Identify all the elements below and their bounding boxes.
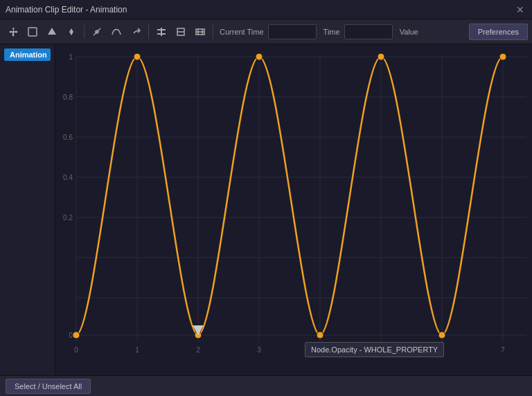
current-time-input[interactable]: [268, 24, 317, 39]
bottom-bar: Select / Unselect All: [0, 375, 532, 396]
main-area: Animation 1 0.8: [0, 44, 532, 375]
value-label: Value: [400, 28, 418, 36]
svg-point-50: [438, 332, 445, 339]
svg-point-46: [499, 53, 506, 60]
svg-text:0.8: 0.8: [63, 93, 73, 101]
time-label: Time: [323, 28, 340, 36]
svg-rect-5: [161, 28, 162, 36]
svg-rect-12: [55, 44, 532, 375]
svg-text:2: 2: [196, 346, 200, 354]
close-button[interactable]: ✕: [514, 4, 526, 15]
svg-text:0.6: 0.6: [63, 134, 73, 141]
tangent-tool-button[interactable]: [88, 23, 106, 41]
current-time-label: Current Time: [220, 28, 264, 36]
move-tool-button[interactable]: [4, 23, 22, 41]
svg-point-45: [378, 53, 384, 60]
zoom-fit-button[interactable]: [191, 23, 209, 41]
curve-tool-button[interactable]: [107, 23, 125, 41]
snap-tool-button[interactable]: [43, 23, 61, 41]
redo-tool-button[interactable]: [127, 23, 145, 41]
title-text: Animation Clip Editor - Animation: [6, 5, 127, 15]
svg-text:4: 4: [318, 346, 322, 354]
svg-text:0.2: 0.2: [63, 214, 73, 222]
toolbar: Current Time Time Value Preferences: [0, 19, 532, 44]
svg-point-43: [134, 53, 141, 60]
svg-text:0: 0: [74, 346, 78, 354]
preferences-button[interactable]: Preferences: [469, 24, 528, 40]
graph-canvas: 1 0.8 0.6 0.4 0.2 0 0 1 2 3 4 5 6 7: [55, 44, 532, 375]
align-center-button[interactable]: [152, 23, 170, 41]
svg-point-47: [73, 332, 80, 339]
svg-text:1: 1: [135, 346, 139, 354]
keyframe-tool-button[interactable]: [62, 23, 80, 41]
svg-text:5: 5: [379, 346, 383, 354]
svg-text:6: 6: [440, 346, 444, 354]
svg-rect-0: [28, 28, 37, 36]
animation-tag[interactable]: Animation: [4, 48, 51, 61]
fit-view-button[interactable]: [172, 23, 190, 41]
separator-3: [213, 25, 213, 39]
svg-point-49: [317, 332, 323, 339]
select-tool-button[interactable]: [24, 23, 42, 41]
svg-marker-1: [48, 28, 56, 35]
svg-text:1: 1: [69, 53, 73, 61]
svg-text:0.4: 0.4: [63, 174, 73, 181]
svg-text:7: 7: [501, 346, 505, 354]
time-input[interactable]: [344, 24, 393, 39]
title-bar: Animation Clip Editor - Animation ✕: [0, 0, 532, 19]
graph-area[interactable]: 1 0.8 0.6 0.4 0.2 0 0 1 2 3 4 5 6 7: [55, 44, 532, 375]
svg-point-44: [256, 53, 263, 60]
side-panel: Animation: [0, 44, 55, 375]
separator-2: [148, 25, 149, 39]
select-all-button[interactable]: Select / Unselect All: [6, 379, 91, 394]
separator-1: [84, 25, 85, 39]
svg-text:3: 3: [257, 346, 261, 354]
